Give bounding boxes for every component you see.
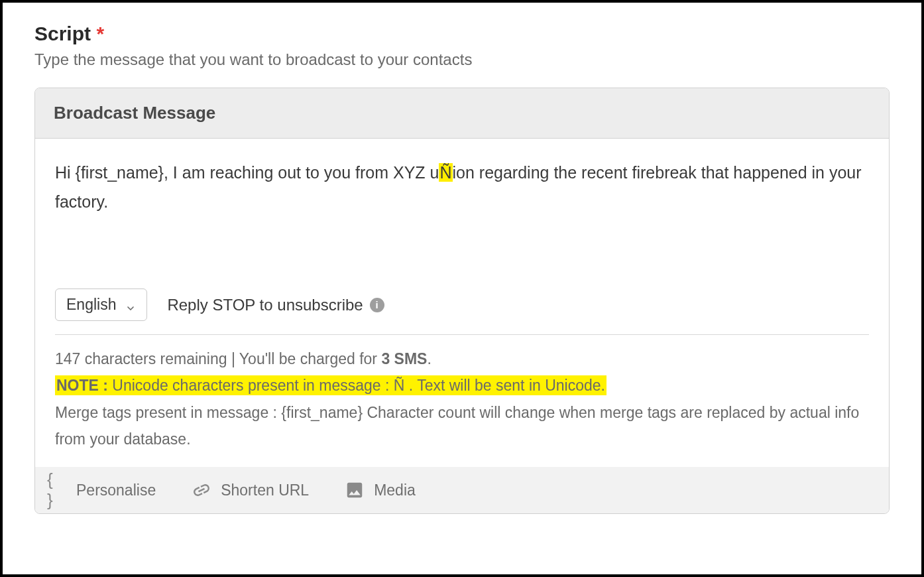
card-header-title: Broadcast Message — [54, 103, 870, 123]
info-icon[interactable]: i — [370, 298, 384, 312]
language-select[interactable]: English — [55, 288, 147, 321]
shorten-url-button[interactable]: Shorten URL — [192, 480, 309, 500]
controls-row: English Reply STOP to unsubscribe i — [55, 288, 869, 334]
separator — [55, 334, 869, 335]
link-icon — [192, 480, 211, 500]
section-subtitle: Type the message that you want to broadc… — [34, 50, 890, 69]
personalise-button[interactable]: { } Personalise — [47, 480, 156, 500]
braces-icon: { } — [47, 480, 67, 500]
required-asterisk: * — [96, 23, 104, 44]
unsubscribe-hint: Reply STOP to unsubscribe i — [167, 296, 384, 314]
message-textarea[interactable]: Hi {first_name}, I am reaching out to yo… — [55, 159, 869, 285]
language-select-value: English — [66, 296, 116, 314]
section-title: Script * — [34, 23, 890, 45]
message-text-prefix: Hi {first_name}, I am reaching out to yo… — [55, 163, 439, 182]
merge-tags-line: Merge tags present in message : {first_n… — [55, 399, 869, 453]
char-remaining-text: 147 characters remaining | You'll be cha… — [55, 350, 381, 367]
unicode-note-highlight: NOTE : Unicode characters present in mes… — [55, 375, 606, 395]
personalise-label: Personalise — [76, 481, 156, 499]
media-button[interactable]: Media — [345, 480, 416, 500]
shorten-url-label: Shorten URL — [221, 481, 309, 499]
section-title-text: Script — [34, 23, 91, 44]
char-count-line: 147 characters remaining | You'll be cha… — [55, 346, 869, 372]
note-body-suffix: . Text will be sent in Unicode. — [404, 377, 605, 394]
sms-count: 3 SMS — [381, 350, 427, 367]
card-body: Hi {first_name}, I am reaching out to yo… — [35, 139, 889, 467]
media-label: Media — [374, 481, 416, 499]
image-icon — [345, 480, 365, 500]
status-info-block: 147 characters remaining | You'll be cha… — [55, 346, 869, 464]
note-label: NOTE : — [56, 377, 108, 394]
message-unicode-highlight: Ñ — [439, 163, 452, 182]
unicode-note-line: NOTE : Unicode characters present in mes… — [55, 372, 869, 399]
card-footer: { } Personalise Shorten URL Media — [35, 467, 889, 513]
note-unicode-chars: Ñ — [394, 377, 405, 394]
unsubscribe-text: Reply STOP to unsubscribe — [167, 296, 363, 314]
chevron-down-icon — [125, 300, 136, 310]
char-line-period: . — [427, 350, 431, 367]
script-section-frame: Script * Type the message that you want … — [0, 0, 924, 577]
note-body-prefix: Unicode characters present in message : — [108, 377, 394, 394]
broadcast-editor-card: Broadcast Message Hi {first_name}, I am … — [34, 88, 890, 514]
card-header: Broadcast Message — [35, 88, 889, 139]
